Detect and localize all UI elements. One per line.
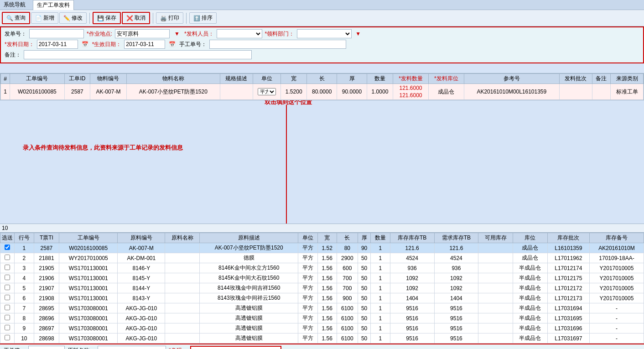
location: 半成品仓 [513,283,547,293]
length: 600 [337,263,358,273]
demand-qty: 9516 [434,323,478,333]
row-checkbox-cell[interactable] [0,243,15,253]
ref: Y2017010005 [589,293,644,303]
order-no: WS1703080001 [59,323,118,333]
row-checkbox[interactable] [5,325,10,330]
row-checkbox-cell[interactable] [0,313,15,323]
top-form: 发单号： *作业地点: ▼ *发料人员： *领料部门： ▼ *发料日期： 📅 *… [0,26,644,63]
work-site-input[interactable] [115,29,170,38]
demand-qty: 9516 [434,303,478,313]
order-no: WS1701130001 [59,293,118,303]
batch [559,84,592,100]
effective-date-input[interactable] [124,40,165,49]
row-checkbox-cell[interactable] [0,273,15,283]
ref: 170109-18AA- [589,253,644,263]
row-checkbox[interactable] [5,295,10,300]
demand-qty: 1404 [434,293,478,303]
location: 半成品仓 [513,333,547,344]
t-ticket: 21881 [34,253,59,263]
length: 900 [337,293,358,303]
ref: - [589,323,644,333]
row-checkbox-cell[interactable] [0,333,15,344]
batch: L17011962 [547,253,589,263]
available [478,323,513,333]
qty: 1 [371,333,390,344]
material-desc: 8145K金中间大石纹1560 [200,273,298,283]
dispatch-no-label: 发单号： [5,30,26,38]
unit: 平方 [298,293,318,303]
t-ticket: 28696 [34,313,59,323]
row-checkbox[interactable] [5,305,10,310]
source: 标准工单 [611,84,644,100]
spec [220,84,253,100]
tab-production[interactable]: 生产工单发料 [33,0,74,10]
count-row: 10 [0,224,644,233]
material-name-input[interactable] [98,346,166,349]
unit: 平方 [298,253,318,263]
length: 2900 [337,253,358,263]
row-checkbox[interactable] [5,275,10,280]
row-checkbox[interactable] [5,315,10,320]
dept-select[interactable] [297,29,352,38]
material-desc: 高透镀铝膜 [200,323,298,333]
material-name: AK-007小坚纹PET防墨1520 [126,84,220,100]
row-checkbox[interactable] [5,255,10,260]
row-num: 6 [15,293,34,303]
batch: L17012173 [547,293,589,303]
system-nav[interactable]: 系统导航 [4,1,26,9]
upper-table: # 工单编号 工单ID 物料编号 物料名称 规格描述 单位 宽 长 厚 数量 *… [0,73,644,100]
material-no: AKG-JG-010 [118,303,165,313]
row-checkbox-cell[interactable] [0,303,15,313]
print-button[interactable]: 🖨️ 打印 [156,12,183,24]
search-icon: 🔍 [6,15,13,21]
new-button[interactable]: 📄 新增 [31,12,58,24]
row-checkbox[interactable] [5,335,10,340]
unit-select[interactable]: 平方 [258,88,276,95]
ref: - [589,313,644,323]
col-t-ticket: T票TI [34,233,59,243]
location: 成品仓 [513,243,547,253]
demand-qty: 9516 [434,313,478,323]
save-button[interactable]: 💾 保存 [93,12,121,24]
qty: 1 [371,263,390,273]
batch: L17031694 [547,303,589,313]
lower-table-row: 6 21908 WS1701130001 8143-Y 8143玫瑰金中间祥云1… [0,293,644,303]
order-id-input[interactable] [28,346,65,349]
query-button[interactable]: 🔍 查询 [2,12,30,24]
col-material-no: 原料编号 [118,233,165,243]
batch: L17012172 [547,283,589,293]
dispatch-date-input[interactable] [37,40,78,49]
location: 半成品仓 [513,273,547,283]
thickness: 90 [358,243,371,253]
row-checkbox-cell[interactable] [0,253,15,263]
lower-section: 10 选送 行号 T票TI 工单编号 原料编号 原料名称 原料描述 单位 宽 [0,224,644,349]
cancel-button[interactable]: ❌ 取消 [122,12,150,24]
width: 1.56 [317,303,337,313]
dispatch-person-select[interactable] [217,29,262,38]
dispatch-no-input[interactable] [29,29,84,38]
manual-order-input[interactable] [209,40,346,49]
material-no: AKG-JG-010 [118,323,165,333]
col-select: 选送 [0,233,15,243]
sort-button[interactable]: ⬆️ 排序 [189,12,217,24]
row-checkbox-cell[interactable] [0,263,15,273]
row-checkbox[interactable] [5,245,10,250]
row-checkbox[interactable] [5,285,10,290]
qty: 1.0000 [367,84,393,100]
order-no: WS1701130001 [59,263,118,273]
barcode-input[interactable] [190,346,281,349]
row-checkbox[interactable] [5,265,10,270]
material-no: 8146-Y [118,263,165,273]
col-qty: 数量 [371,233,390,243]
unit: 平方 [298,283,318,293]
col-ref: 参考号 [464,74,559,84]
material-desc: 德膜 [200,253,298,263]
row-checkbox-cell[interactable] [0,323,15,333]
material-name [165,313,200,323]
row-checkbox-cell[interactable] [0,283,15,293]
edit-button[interactable]: ✏️ 修改 [59,12,87,24]
row-checkbox-cell[interactable] [0,293,15,303]
col-spec: 规格描述 [220,74,253,84]
lower-table-row: 5 21907 WS1701130001 8144-Y 8144玫瑰金中间吉祥1… [0,283,644,293]
remarks-input[interactable] [24,50,252,59]
